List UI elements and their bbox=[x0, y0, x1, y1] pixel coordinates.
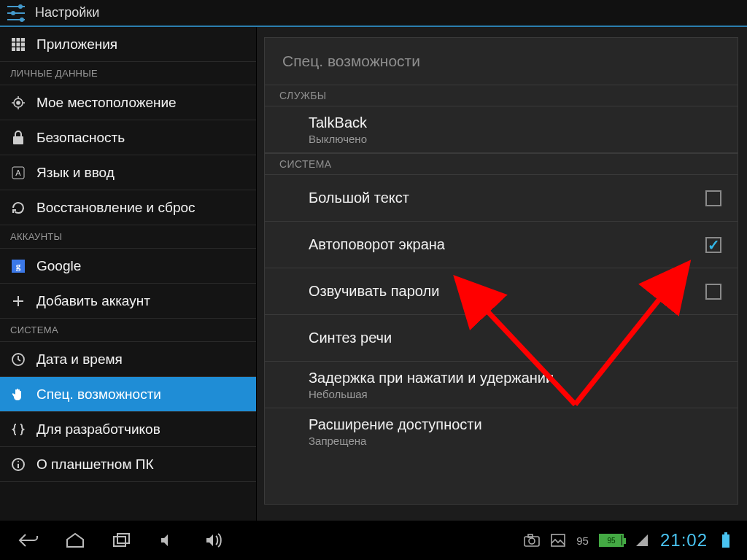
camera-icon bbox=[524, 534, 540, 547]
sidebar-category-accounts: АККАУНТЫ bbox=[0, 225, 256, 249]
option-speak-passwords[interactable]: Озвучивать пароли bbox=[265, 268, 738, 315]
svg-rect-12 bbox=[12, 47, 15, 51]
sidebar-item-label: Восстановление и сброс bbox=[36, 200, 196, 216]
checkbox-large-text[interactable] bbox=[705, 190, 721, 206]
svg-point-4 bbox=[11, 11, 15, 15]
sidebar-item-label: Язык и ввод bbox=[36, 165, 115, 181]
sidebar-category-personal: ЛИЧНЫЕ ДАННЫЕ bbox=[0, 62, 256, 85]
option-auto-rotate[interactable]: Автоповорот экрана bbox=[265, 222, 738, 268]
clock: 21:02 bbox=[660, 530, 708, 551]
sidebar-item-label: Для разработчиков bbox=[36, 421, 160, 438]
sidebar-item-developer[interactable]: Для разработчиков bbox=[0, 412, 256, 447]
sidebar-item-label: Дата и время bbox=[36, 351, 123, 368]
language-icon: A bbox=[10, 165, 26, 181]
section-header-system: СИСТЕМА bbox=[265, 153, 738, 175]
svg-rect-1 bbox=[7, 12, 25, 14]
settings-sidebar: Приложения ЛИЧНЫЕ ДАННЫЕ Мое местоположе… bbox=[0, 27, 257, 521]
apps-icon bbox=[10, 36, 26, 52]
battery-icon: 95 bbox=[599, 534, 624, 547]
back-button[interactable] bbox=[7, 526, 50, 555]
recents-button[interactable] bbox=[101, 526, 143, 555]
detail-title: Спец. возможности bbox=[265, 38, 738, 85]
sidebar-item-about[interactable]: О планшетном ПК bbox=[0, 447, 256, 482]
option-label: Задержка при нажатии и удержании bbox=[309, 370, 721, 386]
sidebar-item-add-account[interactable]: Добавить аккаунт bbox=[0, 284, 256, 319]
svg-rect-26 bbox=[117, 534, 129, 543]
volume-up-button[interactable] bbox=[194, 526, 236, 555]
braces-icon bbox=[10, 421, 26, 438]
sidebar-item-datetime[interactable]: Дата и время bbox=[0, 342, 256, 377]
sidebar-item-label: О планшетном ПК bbox=[36, 456, 154, 472]
svg-point-3 bbox=[18, 4, 23, 9]
svg-point-5 bbox=[20, 18, 24, 22]
checkbox-speak-passwords[interactable] bbox=[705, 284, 721, 300]
battery-percent: 95 bbox=[576, 534, 589, 547]
option-sublabel: Запрещена bbox=[309, 435, 721, 447]
hand-icon bbox=[10, 386, 26, 402]
sidebar-item-label: Google bbox=[36, 258, 81, 274]
svg-rect-14 bbox=[21, 47, 25, 51]
detail-pane: Спец. возможности СЛУЖБЫ TalkBack Выключ… bbox=[257, 27, 747, 521]
svg-rect-32 bbox=[724, 532, 727, 534]
svg-rect-9 bbox=[12, 42, 15, 46]
lock-icon bbox=[10, 130, 26, 146]
option-enhance-accessibility[interactable]: Расширение доступности Запрещена bbox=[265, 408, 738, 455]
sidebar-item-label: Спец. возможности bbox=[36, 386, 161, 402]
option-label: Синтез речи bbox=[309, 330, 721, 346]
sidebar-item-label: Мое местоположение bbox=[36, 95, 177, 111]
sidebar-category-system: СИСТЕМА bbox=[0, 319, 256, 342]
option-talkback[interactable]: TalkBack Выключено bbox=[265, 106, 738, 153]
signal-icon bbox=[634, 534, 650, 547]
svg-rect-8 bbox=[21, 38, 25, 42]
option-label: Большой текст bbox=[309, 190, 705, 206]
option-tts[interactable]: Синтез речи bbox=[265, 315, 738, 362]
battery-vertical-icon bbox=[718, 534, 734, 547]
home-button[interactable] bbox=[54, 526, 96, 555]
option-label: Автоповорот экрана bbox=[309, 236, 705, 253]
picture-icon bbox=[550, 534, 566, 547]
option-sublabel: Небольшая bbox=[309, 388, 721, 400]
sidebar-item-location[interactable]: Мое местоположение bbox=[0, 85, 256, 120]
sidebar-item-backup[interactable]: Восстановление и сброс bbox=[0, 190, 256, 225]
settings-icon bbox=[0, 0, 35, 26]
status-tray[interactable]: 95 95 21:02 bbox=[524, 530, 740, 551]
sidebar-item-label: Добавить аккаунт bbox=[36, 293, 150, 309]
svg-point-28 bbox=[529, 538, 535, 544]
svg-rect-29 bbox=[528, 534, 533, 537]
svg-point-22 bbox=[18, 461, 19, 462]
svg-rect-13 bbox=[17, 47, 20, 51]
refresh-icon bbox=[10, 200, 26, 216]
sidebar-item-accessibility[interactable]: Спец. возможности bbox=[0, 377, 256, 412]
volume-down-button[interactable] bbox=[147, 526, 190, 555]
sidebar-item-security[interactable]: Безопасность bbox=[0, 120, 256, 155]
plus-icon bbox=[10, 293, 26, 309]
svg-rect-25 bbox=[114, 537, 125, 546]
option-touch-hold-delay[interactable]: Задержка при нажатии и удержании Небольш… bbox=[265, 362, 738, 408]
svg-rect-31 bbox=[722, 534, 729, 548]
clock-icon bbox=[10, 351, 26, 368]
option-label: Озвучивать пароли bbox=[309, 283, 705, 300]
svg-rect-7 bbox=[17, 38, 20, 42]
info-icon bbox=[10, 456, 26, 472]
title-text: Настройки bbox=[35, 5, 99, 20]
svg-rect-10 bbox=[17, 42, 20, 46]
svg-rect-17 bbox=[13, 136, 23, 144]
section-header-services: СЛУЖБЫ bbox=[265, 85, 738, 106]
checkbox-auto-rotate[interactable] bbox=[705, 237, 721, 253]
sidebar-item-google[interactable]: g Google bbox=[0, 249, 256, 284]
option-label: TalkBack bbox=[309, 114, 721, 131]
location-icon bbox=[10, 95, 26, 111]
sidebar-item-label: Безопасность bbox=[36, 130, 125, 146]
svg-rect-11 bbox=[21, 42, 25, 46]
svg-rect-30 bbox=[551, 534, 565, 546]
google-icon: g bbox=[10, 258, 26, 274]
option-large-text[interactable]: Большой текст bbox=[265, 175, 738, 222]
sidebar-item-apps[interactable]: Приложения bbox=[0, 27, 256, 62]
title-bar: Настройки bbox=[0, 0, 747, 27]
svg-text:A: A bbox=[15, 168, 21, 177]
svg-rect-6 bbox=[12, 38, 15, 42]
option-label: Расширение доступности bbox=[309, 416, 721, 433]
svg-point-16 bbox=[17, 101, 20, 104]
option-sublabel: Выключено bbox=[309, 133, 721, 145]
sidebar-item-language[interactable]: A Язык и ввод bbox=[0, 155, 256, 190]
